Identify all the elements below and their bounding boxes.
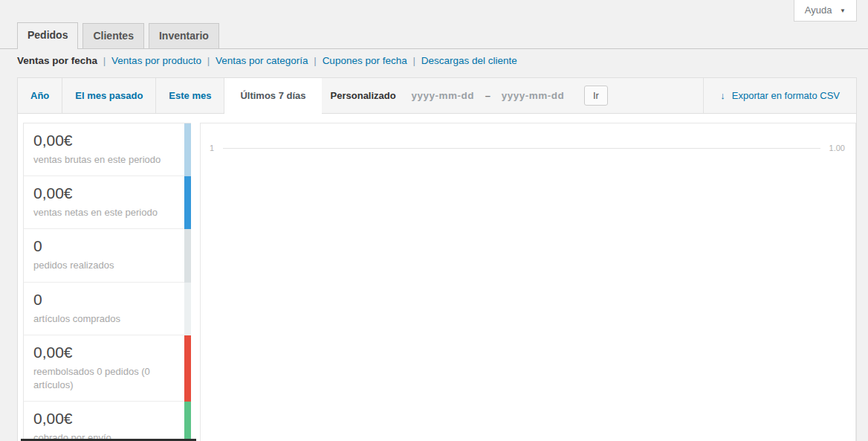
subnav-current-ventas-por-fecha: Ventas por fecha (17, 55, 97, 66)
legend-row-shipping[interactable]: 0,00€ cobrado por envío (24, 402, 190, 441)
export-csv-link[interactable]: ↓ Exportar en formato CSV (703, 78, 856, 113)
subnav-separator: | (314, 55, 317, 66)
subnav-separator: | (412, 55, 415, 66)
legend-color-strip (184, 335, 191, 402)
legend-row-refunded[interactable]: 0,00€ reembolsados 0 pedidos (0 artículo… (24, 335, 190, 402)
legend-label: reembolsados 0 pedidos (0 artículos) (33, 365, 172, 392)
export-csv-label: Exportar en formato CSV (732, 90, 840, 101)
legend-label: ventas brutas en este periodo (33, 153, 172, 167)
legend-label: pedidos realizados (33, 259, 172, 272)
legend-label: artículos comprados (33, 312, 172, 326)
legend-value: 0,00€ (33, 184, 172, 202)
subnav-separator: | (103, 55, 106, 66)
help-button[interactable]: Ayuda ▼ (794, 0, 857, 22)
legend-label: ventas netas en este periodo (33, 206, 172, 219)
chart-gridline-row: 1 1.00 (201, 123, 855, 152)
legend-value: 0 (33, 237, 172, 255)
custom-range-form: Personalizado – Ir (322, 78, 617, 113)
range-ano[interactable]: Año (18, 78, 62, 113)
go-button[interactable]: Ir (584, 86, 608, 106)
y-axis-tick-left: 1 (210, 144, 214, 152)
tab-clientes[interactable]: Clientes (82, 23, 143, 48)
report-postbox: Año El mes pasado Este mes Últimos 7 día… (17, 77, 857, 441)
download-arrow-icon: ↓ (720, 90, 725, 101)
legend-color-strip (184, 283, 191, 335)
y-axis-tick-right: 1.00 (829, 144, 845, 152)
custom-range-label: Personalizado (331, 90, 396, 101)
report-tabs: Pedidos Clientes Inventario (0, 22, 868, 49)
report-content: 0,00€ ventas brutas en este periodo 0,00… (18, 114, 856, 441)
legend-color-strip (184, 229, 191, 282)
tab-inventario[interactable]: Inventario (149, 23, 219, 48)
range-bar-spacer (617, 78, 703, 113)
subnav-separator: | (207, 55, 210, 66)
subnav-link-cupones-por-fecha[interactable]: Cupones por fecha (323, 55, 407, 66)
legend-row-orders-placed[interactable]: 0 pedidos realizados (24, 229, 190, 282)
legend-row-items-purchased[interactable]: 0 artículos comprados (24, 283, 190, 335)
date-to-input[interactable] (496, 90, 569, 101)
legend-value: 0,00€ (33, 344, 172, 361)
legend-color-strip (184, 123, 191, 176)
date-from-input[interactable] (407, 90, 479, 101)
subnav-link-ventas-por-producto[interactable]: Ventas por producto (111, 55, 201, 66)
legend-color-strip (184, 176, 191, 229)
report-subnav: Ventas por fecha | Ventas por producto |… (17, 55, 517, 66)
sales-chart: 1 1.00 (200, 123, 856, 441)
chart-legend: 0,00€ ventas brutas en este periodo 0,00… (23, 123, 191, 441)
date-range-bar: Año El mes pasado Este mes Últimos 7 día… (18, 78, 856, 114)
range-el-mes-pasado[interactable]: El mes pasado (62, 78, 156, 113)
legend-row-gross-sales[interactable]: 0,00€ ventas brutas en este periodo (24, 123, 190, 176)
chart-gridline (223, 148, 820, 149)
range-este-mes[interactable]: Este mes (156, 78, 224, 113)
legend-value: 0,00€ (33, 410, 172, 428)
range-ultimos-7-dias[interactable]: Últimos 7 días (224, 78, 321, 113)
legend-color-strip (184, 402, 191, 441)
subnav-link-descargas-del-cliente[interactable]: Descargas del cliente (421, 55, 517, 66)
legend-value: 0 (33, 291, 172, 309)
tab-pedidos[interactable]: Pedidos (17, 22, 78, 49)
date-range-dash: – (485, 90, 490, 101)
legend-value: 0,00€ (33, 132, 172, 149)
help-label: Ayuda (805, 4, 832, 16)
chevron-down-icon: ▼ (840, 7, 846, 14)
subnav-link-ventas-por-categoria[interactable]: Ventas por categoría (216, 55, 308, 66)
legend-row-net-sales[interactable]: 0,00€ ventas netas en este periodo (24, 176, 190, 229)
